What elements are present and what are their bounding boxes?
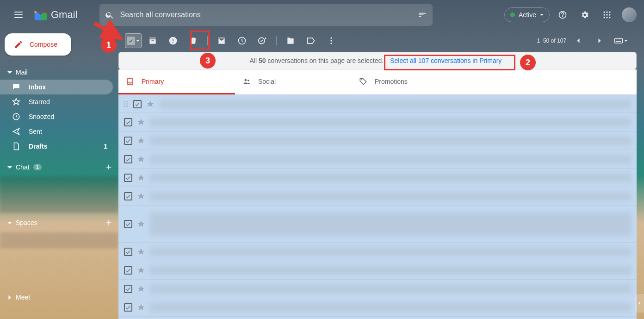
- mail-row[interactable]: [118, 206, 637, 243]
- header: Gmail Active: [0, 0, 644, 30]
- row-star[interactable]: [137, 220, 145, 228]
- row-star[interactable]: [137, 303, 145, 312]
- row-star[interactable]: [137, 155, 145, 163]
- clock-icon: [237, 36, 247, 45]
- mail-row[interactable]: [118, 280, 637, 298]
- row-star[interactable]: [137, 137, 145, 145]
- row-checkbox[interactable]: [124, 266, 132, 275]
- compose-button[interactable]: Compose: [5, 33, 71, 56]
- row-star[interactable]: [137, 266, 145, 275]
- mail-row[interactable]: [118, 243, 637, 261]
- mark-unread-button[interactable]: [212, 31, 231, 50]
- labels-button[interactable]: [302, 31, 320, 50]
- search-input[interactable]: [120, 11, 412, 19]
- gmail-m-icon: [33, 9, 48, 20]
- input-tools-button[interactable]: [612, 31, 630, 50]
- row-star[interactable]: [137, 192, 145, 200]
- chat-preview[interactable]: [0, 177, 118, 213]
- mail-row[interactable]: [118, 298, 637, 317]
- svg-rect-15: [615, 38, 623, 43]
- tab-promotions[interactable]: Promotions: [352, 69, 468, 94]
- gmail-logo[interactable]: Gmail: [33, 9, 77, 21]
- chevron-left-icon: [636, 300, 643, 306]
- mail-list: [118, 94, 637, 319]
- help-icon: [558, 10, 567, 19]
- active-dot-icon: [510, 13, 515, 17]
- svg-point-8: [609, 17, 610, 18]
- search-options-icon[interactable]: [418, 10, 427, 19]
- row-checkbox[interactable]: [124, 248, 132, 256]
- row-checkbox[interactable]: [124, 303, 132, 312]
- mail-row[interactable]: [118, 131, 637, 150]
- section-mail[interactable]: Mail: [0, 65, 118, 80]
- section-spaces[interactable]: Spaces: [0, 215, 118, 231]
- row-checkbox[interactable]: [124, 192, 132, 200]
- section-meet[interactable]: Meet: [0, 290, 118, 305]
- add-chat-button[interactable]: [105, 163, 113, 171]
- nav-snoozed[interactable]: Snoozed: [0, 109, 113, 124]
- row-star[interactable]: [137, 118, 145, 126]
- snooze-button[interactable]: [233, 31, 251, 50]
- select-all-link[interactable]: Select all 107 conversations in Primary: [386, 55, 505, 66]
- select-all-checkbox[interactable]: [125, 33, 142, 48]
- spaces-preview[interactable]: [0, 232, 118, 248]
- mail-row[interactable]: [118, 94, 637, 113]
- mail-row[interactable]: [118, 150, 637, 169]
- keyboard-icon: [614, 36, 623, 45]
- settings-button[interactable]: [576, 6, 594, 24]
- add-space-button[interactable]: [105, 219, 113, 227]
- caret-down-icon: [7, 166, 12, 169]
- row-checkbox[interactable]: [124, 118, 132, 126]
- envelope-icon: [217, 36, 226, 45]
- mail-row[interactable]: [118, 169, 637, 187]
- search-bar[interactable]: [99, 4, 433, 26]
- page-next-button[interactable]: [590, 31, 609, 50]
- apps-grid-icon: [602, 10, 612, 19]
- tab-social[interactable]: Social: [235, 69, 352, 94]
- apps-button[interactable]: [598, 6, 616, 24]
- report-spam-button[interactable]: [164, 31, 182, 50]
- row-star[interactable]: [137, 285, 145, 293]
- caret-down-icon: [7, 222, 12, 224]
- nav-starred[interactable]: Starred: [0, 94, 113, 109]
- inbox-icon: [12, 83, 20, 91]
- label-icon: [306, 36, 316, 45]
- section-chat[interactable]: Chat1: [0, 159, 118, 175]
- row-checkbox[interactable]: [124, 174, 132, 182]
- page-prev-button[interactable]: [569, 31, 588, 50]
- row-star[interactable]: [146, 100, 155, 108]
- chevron-down-icon: [624, 40, 628, 42]
- main-menu-button[interactable]: [7, 4, 30, 26]
- move-to-button[interactable]: [281, 31, 300, 50]
- folder-move-icon: [286, 36, 295, 45]
- more-button[interactable]: [322, 31, 341, 50]
- row-star[interactable]: [137, 174, 145, 182]
- mail-row[interactable]: [118, 261, 637, 280]
- row-checkbox[interactable]: [124, 155, 132, 163]
- row-checkbox[interactable]: [124, 220, 132, 228]
- status-chip[interactable]: Active: [504, 7, 550, 22]
- mail-content-redacted: [150, 266, 631, 275]
- nav-drafts[interactable]: Drafts 1: [0, 139, 113, 154]
- drag-handle-icon[interactable]: [124, 101, 129, 107]
- status-label: Active: [519, 11, 536, 19]
- tab-primary[interactable]: Primary: [118, 69, 235, 94]
- account-avatar[interactable]: [622, 7, 637, 22]
- file-icon: [12, 142, 20, 150]
- support-button[interactable]: [553, 6, 572, 24]
- archive-button[interactable]: [143, 31, 162, 50]
- star-icon: [12, 98, 20, 106]
- row-checkbox[interactable]: [133, 100, 142, 108]
- row-checkbox[interactable]: [124, 137, 132, 145]
- nav-inbox[interactable]: Inbox: [0, 80, 113, 94]
- svg-point-12: [330, 38, 332, 39]
- row-star[interactable]: [137, 248, 145, 256]
- side-panel-toggle[interactable]: [635, 294, 644, 313]
- add-to-tasks-button[interactable]: [253, 31, 272, 50]
- svg-point-18: [361, 79, 362, 80]
- delete-button[interactable]: [184, 31, 203, 50]
- nav-sent[interactable]: Sent: [0, 124, 113, 139]
- mail-row[interactable]: [118, 187, 637, 206]
- row-checkbox[interactable]: [124, 285, 132, 293]
- mail-row[interactable]: [118, 113, 637, 131]
